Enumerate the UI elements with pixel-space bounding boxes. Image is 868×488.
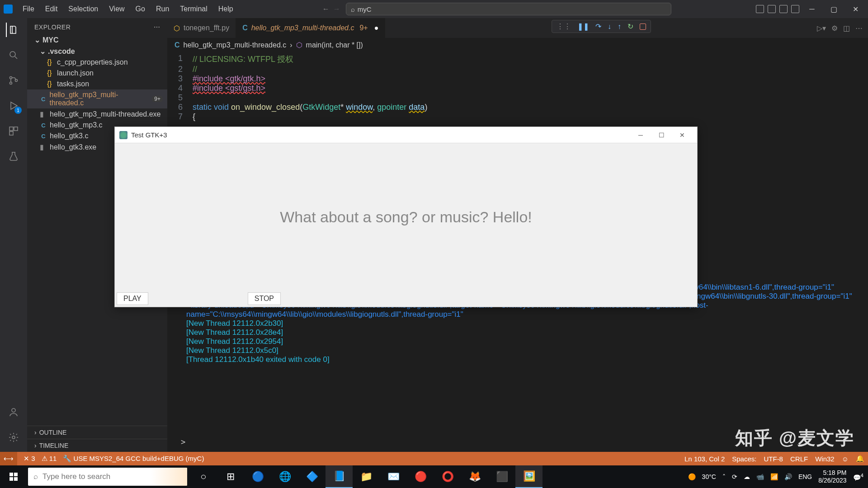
close-icon[interactable]: ✕	[846, 2, 864, 16]
layout-left-icon[interactable]	[756, 5, 764, 13]
weather-temp[interactable]: 30°C	[702, 473, 716, 480]
language-indicator[interactable]: ENG	[798, 473, 812, 480]
menu-run[interactable]: Run	[151, 3, 174, 15]
layout-bottom-icon[interactable]	[768, 5, 776, 13]
mail-icon[interactable]: ✉️	[380, 465, 407, 488]
workspace-root[interactable]: ⌄MYC	[27, 34, 167, 46]
notifications-tray-icon[interactable]: 💬4	[853, 472, 863, 481]
more-icon[interactable]: ⋯	[154, 23, 160, 31]
volume-icon[interactable]: 🔊	[784, 473, 792, 480]
code-editor[interactable]: 1// LICENSING: WTFPL 授权2//3#include <gtk…	[167, 52, 868, 123]
outline-section[interactable]: ›OUTLINE	[27, 426, 167, 439]
debug-toolbar: ⋮⋮ ❚❚ ↷ ↓ ↑ ↻	[552, 20, 651, 33]
opera-gx-icon[interactable]: ⭕	[434, 465, 461, 488]
clock[interactable]: 5:18 PM 8/26/2023	[818, 469, 846, 484]
tray-expand-icon[interactable]: ˄	[722, 473, 726, 480]
opera-icon[interactable]: 🔴	[407, 465, 434, 488]
svg-rect-6	[9, 131, 13, 135]
cursor-position[interactable]: Ln 103, Col 2	[684, 455, 725, 463]
file-item[interactable]: Chello_gtk_mp3_multi-threaded.c9+	[27, 89, 167, 108]
windows-taskbar: ⌕ Type here to search ○ ⊞ 🔵 🌐 🔷 📘 📁 ✉️ 🔴…	[0, 465, 868, 488]
tab[interactable]: Chello_gtk_mp3_multi-threaded.c9+●	[236, 18, 385, 38]
edge-icon[interactable]: 🌐	[271, 465, 298, 488]
settings-icon[interactable]: ⚙	[831, 24, 838, 33]
restart-icon[interactable]: ↻	[627, 22, 633, 31]
run-debug-icon[interactable]: 1	[6, 99, 21, 113]
errors-count[interactable]: ✕ 3	[24, 455, 35, 463]
menu-help[interactable]: Help	[214, 3, 238, 15]
line-ending[interactable]: CRLF	[790, 455, 808, 463]
windows-search[interactable]: ⌕ Type here to search	[28, 468, 187, 486]
firefox-icon[interactable]: 🦊	[461, 465, 488, 488]
layout-right-icon[interactable]	[779, 5, 788, 13]
onedrive-icon[interactable]: ☁	[744, 473, 750, 480]
notifications-icon[interactable]: 🔔	[856, 455, 864, 463]
wifi-icon[interactable]: 📶	[770, 473, 778, 480]
menu-file[interactable]: File	[18, 3, 39, 15]
build-task[interactable]: 🔧 USE MSYS2_64 GCC build+dEBUG (myC)	[63, 455, 204, 463]
explorer-title: EXPLORER	[34, 23, 71, 31]
encoding[interactable]: UTF-8	[764, 455, 783, 463]
warnings-count[interactable]: ⚠ 11	[42, 455, 57, 463]
menu-go[interactable]: Go	[131, 3, 150, 15]
nav-back-icon[interactable]: ←	[322, 5, 330, 13]
minimize-icon[interactable]: ─	[803, 2, 821, 16]
tab[interactable]: ⬡tonegen_fft.py	[167, 18, 236, 38]
file-item[interactable]: {}tasks.json	[27, 79, 167, 89]
terminal-taskbar-icon[interactable]: ⬛	[488, 465, 515, 488]
explorer-icon[interactable]	[6, 23, 20, 37]
file-item[interactable]: ▮hello_gtk_mp3_multi-threaded.exe	[27, 108, 167, 120]
run-icon[interactable]: ▷▾	[817, 24, 826, 33]
titlebar: File Edit Selection View Go Run Terminal…	[0, 0, 868, 18]
gtk-app-taskbar-icon[interactable]: 🖼️	[515, 465, 542, 488]
more-actions-icon[interactable]: ⋯	[855, 24, 863, 33]
layout-customize-icon[interactable]	[791, 5, 799, 13]
cortana-icon[interactable]: ○	[190, 465, 217, 488]
start-button[interactable]	[0, 465, 27, 488]
breadcrumbs[interactable]: C hello_gtk_mp3_multi-threaded.c › ⬡ mai…	[167, 38, 868, 52]
step-over-icon[interactable]: ↷	[595, 22, 601, 31]
explorer-taskbar-icon[interactable]: 📁	[353, 465, 380, 488]
split-editor-icon[interactable]: ◫	[843, 24, 850, 33]
task-view-icon[interactable]: ⊞	[217, 465, 244, 488]
command-center[interactable]: ⌕ myC	[346, 3, 671, 15]
extensions-icon[interactable]	[6, 124, 21, 138]
source-control-icon[interactable]	[6, 73, 21, 88]
timeline-section[interactable]: ›TIMELINE	[27, 439, 167, 452]
menu-view[interactable]: View	[104, 3, 129, 15]
maximize-icon[interactable]: ▢	[825, 2, 843, 16]
gtk-maximize-icon[interactable]: ☐	[651, 128, 672, 142]
testing-icon[interactable]	[6, 149, 21, 164]
gtk-minimize-icon[interactable]: ─	[630, 128, 651, 142]
menu-terminal[interactable]: Terminal	[175, 3, 212, 15]
zoom-icon[interactable]: 🔷	[298, 465, 326, 488]
play-button[interactable]: PLAY	[117, 292, 148, 305]
meet-now-icon[interactable]: 📹	[756, 473, 764, 480]
menu-selection[interactable]: Selection	[64, 3, 103, 15]
search-icon[interactable]	[6, 48, 21, 62]
nav-forward-icon[interactable]: →	[333, 5, 340, 13]
feedback-icon[interactable]: ☺	[842, 455, 849, 463]
file-item[interactable]: {}c_cpp_properties.json	[27, 57, 167, 68]
folder-vscode[interactable]: ⌄.vscode	[27, 46, 167, 57]
svg-point-0	[10, 52, 15, 57]
drag-handle-icon[interactable]: ⋮⋮	[557, 22, 571, 31]
gtk-close-icon[interactable]: ✕	[672, 128, 693, 142]
stop-icon[interactable]	[640, 23, 646, 30]
settings-gear-icon[interactable]	[6, 430, 21, 445]
terminal-prompt[interactable]: >	[181, 437, 185, 446]
indentation[interactable]: Spaces:	[732, 455, 756, 463]
weather-icon[interactable]: 🟠	[688, 473, 696, 480]
step-out-icon[interactable]: ↑	[618, 23, 621, 31]
sync-icon[interactable]: ⟳	[732, 473, 737, 480]
menu-edit[interactable]: Edit	[41, 3, 62, 15]
stop-button[interactable]: STOP	[248, 292, 281, 305]
pause-icon[interactable]: ❚❚	[577, 22, 589, 31]
language-mode[interactable]: Win32	[815, 455, 835, 463]
remote-icon[interactable]: ⟷	[0, 452, 17, 465]
step-into-icon[interactable]: ↓	[608, 23, 611, 31]
accounts-icon[interactable]	[6, 405, 21, 419]
file-item[interactable]: {}launch.json	[27, 68, 167, 79]
chrome-icon[interactable]: 🔵	[244, 465, 271, 488]
vscode-taskbar-icon[interactable]: 📘	[326, 465, 353, 488]
